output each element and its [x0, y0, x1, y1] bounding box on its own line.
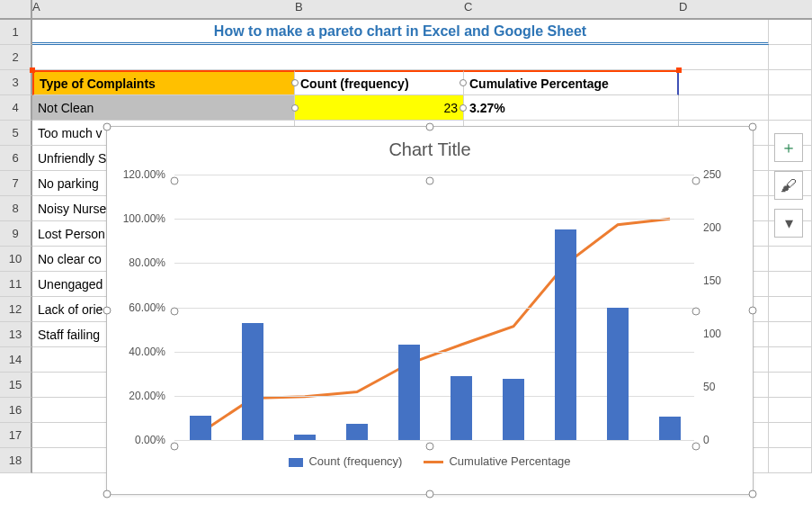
bar[interactable] [346, 424, 368, 440]
page-title[interactable]: How to make a pareto chart in Excel and … [32, 20, 769, 45]
plot-handle-icon[interactable] [426, 443, 434, 451]
legend-item-bar: Count (frequency) [289, 454, 402, 468]
cell[interactable] [769, 448, 812, 473]
bar[interactable] [451, 376, 472, 440]
y-axis-left-label: 40.00% [110, 346, 165, 358]
cell[interactable] [32, 45, 769, 70]
plus-icon: ＋ [781, 137, 797, 158]
cell[interactable] [769, 423, 812, 448]
plot-handle-icon[interactable] [692, 308, 700, 316]
row-head[interactable]: 11 [0, 272, 32, 297]
bar[interactable] [555, 229, 576, 440]
plot-handle-icon[interactable] [692, 177, 700, 185]
cell[interactable] [769, 373, 812, 398]
resize-handle-icon[interactable] [749, 307, 757, 315]
cell[interactable] [769, 45, 812, 70]
chart-styles-button[interactable]: 🖌 [774, 171, 803, 200]
row-head[interactable]: 8 [0, 196, 32, 221]
row-head[interactable]: 1 [0, 20, 32, 45]
cell[interactable] [769, 347, 812, 373]
header-type[interactable]: Type of Complaints [32, 70, 295, 95]
row-head[interactable]: 17 [0, 423, 32, 448]
resize-handle-icon[interactable] [749, 490, 757, 499]
plot-handle-icon[interactable] [171, 177, 179, 185]
cell[interactable] [769, 247, 812, 272]
resize-handle-icon[interactable] [103, 123, 112, 131]
plot-handle-icon[interactable] [426, 177, 434, 185]
embedded-chart[interactable]: Chart Title 0.00%20.00%40.00%60.00%80.00… [106, 126, 754, 495]
row-head[interactable]: 15 [0, 373, 32, 398]
row-head[interactable]: 13 [0, 322, 32, 347]
plot-handle-icon[interactable] [171, 443, 179, 451]
bar[interactable] [242, 323, 263, 440]
selection-handle-icon[interactable] [460, 104, 467, 112]
row-head[interactable]: 16 [0, 398, 32, 423]
resize-handle-icon[interactable] [426, 490, 434, 499]
cell[interactable] [769, 398, 812, 423]
gridline [174, 440, 694, 441]
row-head[interactable]: 5 [0, 121, 32, 146]
cell[interactable] [769, 297, 812, 322]
selection-handle-icon[interactable] [460, 79, 467, 86]
y-axis-left-label: 20.00% [110, 390, 165, 402]
y-axis-right-label: 100 [703, 328, 739, 340]
row-head[interactable]: 7 [0, 171, 32, 196]
y-axis-right-label: 0 [703, 434, 739, 446]
gridline [174, 263, 694, 264]
cell-b4[interactable]: 23 [295, 95, 464, 121]
bar[interactable] [294, 435, 316, 440]
bar[interactable] [659, 417, 681, 440]
cell-a4[interactable]: Not Clean [32, 95, 295, 121]
bar[interactable] [503, 379, 524, 440]
cell[interactable] [769, 20, 812, 45]
select-all-corner[interactable] [0, 0, 32, 20]
selection-handle-icon[interactable] [291, 104, 299, 112]
legend-swatch-bar-icon [289, 458, 303, 467]
filter-icon: ▾ [785, 213, 793, 233]
col-head-b[interactable]: B [295, 0, 464, 20]
y-axis-right-label: 150 [703, 274, 739, 287]
row-head[interactable]: 10 [0, 247, 32, 272]
col-head-c[interactable]: C [464, 0, 679, 20]
plot-handle-icon[interactable] [692, 443, 700, 451]
cell[interactable] [679, 95, 769, 121]
col-head-extra[interactable] [769, 0, 812, 20]
plot-handle-icon[interactable] [171, 308, 179, 316]
bar[interactable] [607, 308, 629, 441]
resize-handle-icon[interactable] [103, 307, 112, 315]
selection-handle-icon[interactable] [291, 79, 299, 86]
y-axis-right-label: 200 [703, 221, 739, 234]
resize-handle-icon[interactable] [749, 123, 757, 131]
cell[interactable] [769, 322, 812, 347]
y-axis-right-label: 250 [703, 168, 739, 181]
header-count[interactable]: Count (frequency) [295, 70, 464, 95]
row-head[interactable]: 9 [0, 221, 32, 247]
gridline [174, 219, 694, 220]
bar[interactable] [398, 345, 420, 440]
row-head[interactable]: 3 [0, 70, 32, 95]
header-cumulative[interactable]: Cumulative Percentage [464, 70, 679, 95]
col-head-a[interactable]: A [32, 0, 295, 20]
row-head[interactable]: 2 [0, 45, 32, 70]
bar[interactable] [190, 416, 211, 440]
row-head[interactable]: 4 [0, 95, 32, 121]
chart-title[interactable]: Chart Title [107, 127, 753, 166]
row-head[interactable]: 18 [0, 448, 32, 473]
cell-c4[interactable]: 3.27% [464, 95, 679, 121]
cell[interactable] [769, 272, 812, 297]
cell[interactable] [769, 70, 812, 95]
resize-handle-icon[interactable] [426, 123, 434, 131]
chart-elements-button[interactable]: ＋ [774, 133, 803, 162]
row-head[interactable]: 12 [0, 297, 32, 322]
cell[interactable] [769, 95, 812, 121]
y-axis-right-label: 50 [703, 381, 739, 393]
row-head[interactable]: 14 [0, 347, 32, 373]
resize-handle-icon[interactable] [103, 490, 112, 499]
chart-plot-area[interactable]: 0.00%20.00%40.00%60.00%80.00%100.00%120.… [174, 175, 694, 440]
col-head-d[interactable]: D [679, 0, 769, 20]
cell[interactable] [679, 70, 769, 95]
selection-corner-icon [676, 67, 682, 73]
chart-filters-button[interactable]: ▾ [774, 209, 803, 238]
legend-swatch-line-icon [424, 461, 443, 463]
row-head[interactable]: 6 [0, 146, 32, 171]
